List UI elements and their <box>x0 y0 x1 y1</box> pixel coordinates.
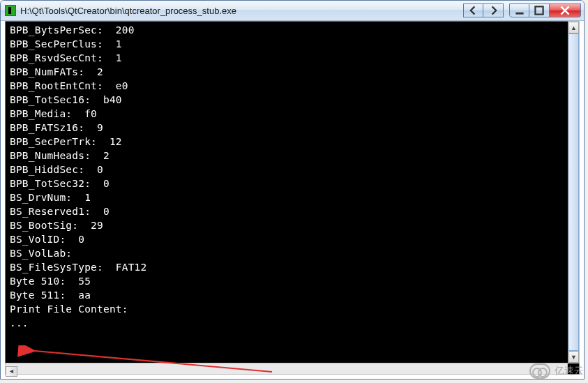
window-title: H:\Qt\Tools\QtCreator\bin\qtcreator_proc… <box>20 6 463 16</box>
console-line: BPB_SecPerClus: 1 <box>10 37 576 51</box>
console-line: BPB_NumHeads: 2 <box>10 149 576 163</box>
prev-button[interactable] <box>463 3 483 17</box>
watermark-logo-icon <box>529 363 550 379</box>
console-output: BPB_BytsPerSec: 200BPB_SecPerClus: 1BPB_… <box>6 22 579 331</box>
watermark-text: 亿速云 <box>555 365 584 377</box>
console-line: BS_VolID: 0 <box>10 232 576 246</box>
console-line: BPB_RsvdSecCnt: 1 <box>10 51 576 65</box>
console-line: Byte 510: 55 <box>10 274 576 288</box>
console-line: BS_Reserved1: 0 <box>10 204 576 218</box>
console-line: BPB_TotSec16: b40 <box>10 93 576 107</box>
console-line: BS_VolLab: <box>10 246 576 260</box>
console-line: BPB_FATSz16: 9 <box>10 121 576 135</box>
scroll-down-arrow-icon[interactable]: ▼ <box>568 351 579 363</box>
console-window: H:\Qt\Tools\QtCreator\bin\qtcreator_proc… <box>0 0 585 380</box>
console-line: BPB_Media: f0 <box>10 107 576 121</box>
console-line: BS_DrvNum: 1 <box>10 190 576 204</box>
console-line: BPB_BytsPerSec: 200 <box>10 23 576 37</box>
vertical-scrollbar[interactable]: ▲ ▼ <box>568 21 580 363</box>
scroll-up-arrow-icon[interactable]: ▲ <box>568 22 579 33</box>
next-button[interactable] <box>483 3 504 17</box>
console-line: Byte 511: aa <box>10 288 576 302</box>
svg-rect-1 <box>535 6 543 14</box>
console-line: BPB_TotSec32: 0 <box>10 177 576 190</box>
maximize-button[interactable] <box>529 3 550 17</box>
console-line: BS_BootSig: 29 <box>10 218 576 232</box>
console-line: BPB_HiddSec: 0 <box>10 163 576 177</box>
console-line: BPB_RootEntCnt: e0 <box>10 79 576 93</box>
console-content-area: BPB_BytsPerSec: 200BPB_SecPerClus: 1BPB_… <box>5 21 580 375</box>
console-line: BS_FileSysType: FAT12 <box>10 260 576 274</box>
window-control-buttons <box>509 3 581 17</box>
horizontal-scrollbar[interactable]: ◄ <box>5 363 568 375</box>
close-button[interactable] <box>550 3 581 17</box>
minimize-button[interactable] <box>509 3 529 17</box>
console-line: Print File Content: <box>10 302 576 316</box>
watermark: 亿速云 <box>529 363 584 379</box>
console-line: ... <box>10 316 576 330</box>
scroll-left-arrow-icon[interactable]: ◄ <box>6 366 17 377</box>
console-line: BPB_NumFATs: 2 <box>10 65 576 79</box>
svg-rect-0 <box>515 13 523 15</box>
console-line: BPB_SecPerTrk: 12 <box>10 135 576 149</box>
app-icon <box>5 5 16 16</box>
titlebar[interactable]: H:\Qt\Tools\QtCreator\bin\qtcreator_proc… <box>1 1 584 21</box>
scroll-thumb[interactable] <box>568 33 579 351</box>
window-nav-buttons <box>463 3 504 17</box>
